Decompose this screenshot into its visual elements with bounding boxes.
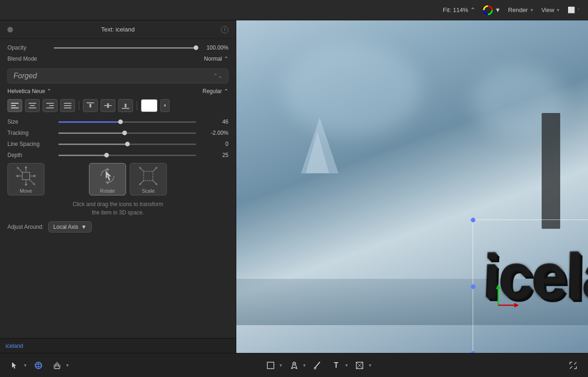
tracking-value: -2.00% [196, 130, 228, 136]
pen-icon [290, 361, 298, 370]
font-weight-select[interactable]: Regular ⌃ [202, 88, 228, 94]
main-content: Text: iceland i Opacity 100.00% Ble [0, 20, 588, 353]
handle-bottom-left[interactable] [471, 351, 475, 353]
svg-point-59 [314, 367, 316, 369]
shape-tool-group: ▼ [263, 358, 283, 373]
pen-tool-btn[interactable] [287, 358, 302, 373]
view-menu[interactable]: View ▼ [541, 6, 560, 13]
align-right-btn[interactable] [43, 99, 57, 112]
svg-line-63 [570, 366, 572, 369]
svg-rect-11 [64, 105, 71, 106]
line-spacing-value: 0 [196, 141, 228, 147]
valign-top-btn[interactable] [83, 99, 98, 112]
blend-mode-label: Blend Mode [7, 56, 54, 62]
size-slider[interactable] [58, 121, 196, 123]
adjust-arrow: ▼ [81, 224, 87, 230]
panel-body: Opacity 100.00% Blend Mode Normal ⌃ [0, 39, 236, 338]
svg-rect-2 [11, 105, 16, 106]
transform-scale-btn[interactable]: Scale [130, 163, 167, 195]
toolbar-right [566, 358, 581, 373]
blend-mode-select[interactable]: Normal ⌃ [204, 56, 228, 62]
svg-rect-9 [46, 107, 54, 108]
svg-point-57 [294, 363, 295, 364]
text-tool-arrow[interactable]: ▼ [344, 363, 348, 368]
align-left-icon [11, 103, 19, 108]
window-btn[interactable]: ⬜ ⌃ [568, 6, 581, 13]
text-color-dropdown[interactable]: ▼ [160, 99, 170, 112]
svg-marker-21 [25, 166, 27, 168]
top-bar: Fit: 114% ⌃ ▼ Render ▼ View ▼ ⬜ ⌃ [0, 0, 588, 20]
svg-rect-16 [107, 103, 109, 108]
svg-rect-6 [29, 107, 36, 108]
svg-rect-7 [46, 103, 54, 104]
select-tool-btn[interactable] [7, 358, 22, 373]
pen-tool-arrow[interactable]: ▼ [303, 363, 307, 368]
expand-btn[interactable]: ⤡ [579, 342, 584, 349]
valign-middle-btn[interactable] [101, 99, 115, 112]
mask-tool-btn[interactable] [352, 358, 367, 373]
render-menu[interactable]: Render ▼ [508, 6, 534, 13]
panel-info-button[interactable]: i [221, 26, 228, 33]
pan-tool-arrow[interactable]: ▼ [65, 363, 70, 368]
text-color-btn[interactable] [141, 99, 158, 112]
font-family-value: Forged [13, 72, 37, 80]
blend-mode-row: Blend Mode Normal ⌃ [7, 56, 228, 62]
select-tool-arrow[interactable]: ▼ [23, 363, 27, 368]
font-name-select[interactable]: Helvetica Neue ⌃ [7, 88, 51, 94]
text-tool-btn[interactable]: T [329, 358, 343, 373]
pen-tool-group: ▼ [287, 358, 307, 373]
color-dropdown-arrow: ▼ [495, 6, 501, 13]
gizmo-arrows [475, 282, 521, 328]
svg-marker-23 [25, 184, 27, 186]
fit-control[interactable]: Fit: 114% ⌃ [443, 6, 475, 13]
text-controls-row: ▼ [7, 99, 228, 112]
align-center-btn[interactable] [25, 99, 40, 112]
toolbar-separator-2 [137, 101, 137, 110]
font-family-arrows: ⌃⌄ [213, 73, 222, 79]
select-cursor-icon [11, 361, 19, 370]
shape-tool-arrow[interactable]: ▼ [279, 363, 283, 368]
canvas-area[interactable]: iceland [236, 20, 588, 353]
panel-title: Text: iceland [101, 26, 134, 33]
font-family-dropdown[interactable]: Forged ⌃⌄ [7, 69, 228, 83]
text-tool-icon: T [334, 361, 339, 370]
zoom-fit-btn[interactable] [566, 358, 581, 373]
align-left-btn[interactable] [7, 99, 22, 112]
shape-tool-btn[interactable] [263, 358, 278, 373]
font-style-row: Helvetica Neue ⌃ Regular ⌃ [7, 88, 228, 94]
pan-tool-btn[interactable] [50, 358, 64, 373]
svg-rect-1 [11, 103, 19, 104]
canvas-background: iceland [236, 20, 588, 353]
valign-bottom-btn[interactable] [118, 99, 133, 112]
orbit-icon [34, 361, 43, 370]
transform-help-text: Click and drag the icons to transformthe… [7, 200, 228, 217]
svg-rect-18 [125, 104, 126, 107]
opacity-slider[interactable] [54, 47, 196, 49]
svg-rect-8 [49, 105, 54, 106]
transform-move-btn[interactable]: Move [7, 163, 44, 195]
brush-tool-btn[interactable] [310, 358, 325, 373]
layer-name-label: iceland [6, 343, 23, 349]
svg-rect-19 [22, 172, 30, 180]
left-panel: Text: iceland i Opacity 100.00% Ble [0, 20, 236, 353]
align-justify-btn[interactable] [60, 99, 75, 112]
panel-close-button[interactable] [7, 27, 13, 32]
rotate-label: Rotate [100, 188, 115, 194]
adjust-around-row: Adjust Around: Local Axis ▼ [7, 221, 228, 232]
transform-spacer [48, 163, 85, 195]
adjust-around-label: Adjust Around: [7, 224, 44, 230]
line-spacing-slider[interactable] [58, 144, 196, 145]
mask-tool-arrow[interactable]: ▼ [368, 363, 372, 368]
transform-icons-row: Move [7, 163, 228, 195]
fit-arrow: ⌃ [470, 6, 475, 13]
orbit-tool-btn[interactable] [31, 358, 46, 373]
font-name-arrow: ⌃ [47, 88, 51, 94]
depth-slider[interactable] [58, 155, 196, 156]
color-picker-btn[interactable]: ▼ [483, 5, 501, 15]
transform-rotate-btn[interactable]: Rotate [89, 163, 126, 195]
depth-value: 25 [196, 152, 228, 158]
adjust-around-select[interactable]: Local Axis ▼ [48, 221, 92, 232]
handle-top-left[interactable] [471, 218, 475, 222]
tracking-slider[interactable] [58, 132, 196, 134]
pan-hand-icon [53, 361, 61, 370]
